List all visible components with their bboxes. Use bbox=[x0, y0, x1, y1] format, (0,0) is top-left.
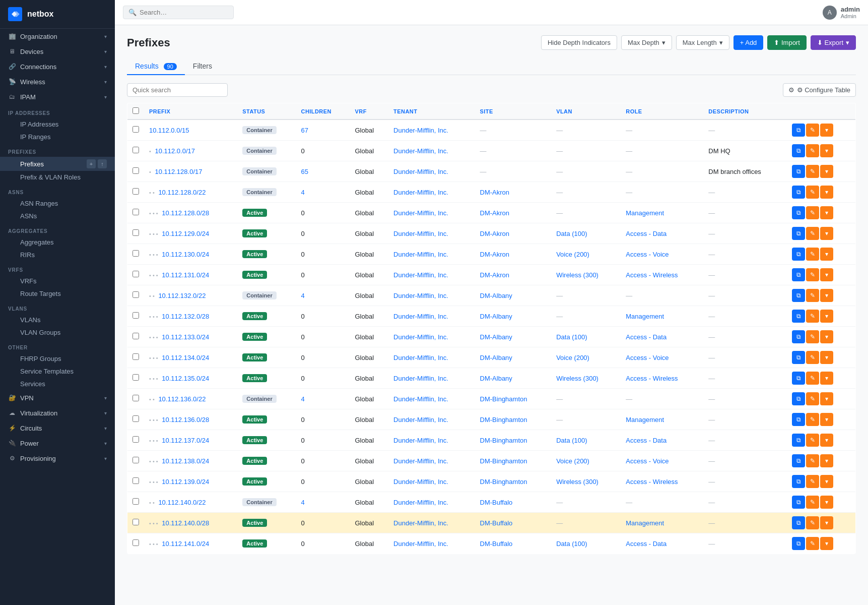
more-btn[interactable]: ▾ bbox=[820, 268, 833, 281]
more-btn[interactable]: ▾ bbox=[820, 289, 833, 302]
more-btn[interactable]: ▾ bbox=[820, 227, 833, 240]
prefix-link[interactable]: 10.112.132.0/28 bbox=[162, 313, 209, 320]
tenant-link[interactable]: Dunder-Mifflin, Inc. bbox=[393, 437, 448, 444]
edit-btn[interactable]: ✎ bbox=[806, 330, 819, 343]
role-link[interactable]: Management bbox=[626, 209, 664, 217]
sidebar-item-services[interactable]: Services bbox=[0, 378, 115, 390]
tenant-link[interactable]: Dunder-Mifflin, Inc. bbox=[393, 189, 448, 196]
sidebar-item-service-templates[interactable]: Service Templates bbox=[0, 365, 115, 378]
prefix-link[interactable]: 10.112.138.0/24 bbox=[162, 457, 209, 465]
row-checkbox[interactable] bbox=[132, 457, 139, 463]
role-link[interactable]: Access - Wireless bbox=[626, 478, 678, 486]
more-btn[interactable]: ▾ bbox=[820, 330, 833, 343]
sidebar-item-ip-addresses[interactable]: IP Addresses bbox=[0, 118, 115, 131]
tenant-link[interactable]: Dunder-Mifflin, Inc. bbox=[393, 147, 448, 155]
sidebar-item-asns[interactable]: ASNs bbox=[0, 210, 115, 222]
search-input[interactable] bbox=[140, 9, 228, 16]
site-link[interactable]: DM-Buffalo bbox=[480, 499, 513, 506]
row-checkbox[interactable] bbox=[132, 395, 139, 401]
row-checkbox[interactable] bbox=[132, 539, 139, 546]
global-search-box[interactable]: 🔍 bbox=[123, 6, 234, 19]
row-checkbox[interactable] bbox=[132, 312, 139, 319]
prefix-link[interactable]: 10.112.130.0/24 bbox=[162, 251, 209, 258]
tenant-link[interactable]: Dunder-Mifflin, Inc. bbox=[393, 168, 448, 175]
edit-btn[interactable]: ✎ bbox=[806, 206, 819, 219]
row-checkbox[interactable] bbox=[132, 477, 139, 484]
tenant-link[interactable]: Dunder-Mifflin, Inc. bbox=[393, 333, 448, 341]
site-link[interactable]: DM-Binghamton bbox=[480, 457, 527, 465]
tenant-link[interactable]: Dunder-Mifflin, Inc. bbox=[393, 230, 448, 237]
edit-btn[interactable]: ✎ bbox=[806, 372, 819, 385]
tenant-link[interactable]: Dunder-Mifflin, Inc. bbox=[393, 127, 448, 134]
site-link[interactable]: DM-Buffalo bbox=[480, 519, 513, 527]
vlan-link[interactable]: Wireless (300) bbox=[556, 271, 598, 279]
role-link[interactable]: Access - Wireless bbox=[626, 271, 678, 279]
copy-btn[interactable]: ⧉ bbox=[792, 227, 805, 240]
sidebar-item-provisioning[interactable]: ⚙ Provisioning ▾ bbox=[0, 451, 115, 466]
row-checkbox[interactable] bbox=[132, 126, 139, 133]
edit-btn[interactable]: ✎ bbox=[806, 248, 819, 261]
copy-btn[interactable]: ⧉ bbox=[792, 351, 805, 364]
role-link[interactable]: Management bbox=[626, 313, 664, 320]
site-link[interactable]: DM-Albany bbox=[480, 313, 512, 320]
copy-btn[interactable]: ⧉ bbox=[792, 496, 805, 509]
copy-btn[interactable]: ⧉ bbox=[792, 516, 805, 529]
copy-btn[interactable]: ⧉ bbox=[792, 289, 805, 302]
edit-btn[interactable]: ✎ bbox=[806, 310, 819, 323]
more-btn[interactable]: ▾ bbox=[820, 516, 833, 529]
sidebar-item-organization[interactable]: 🏢 Organization ▾ bbox=[0, 29, 115, 44]
tenant-link[interactable]: Dunder-Mifflin, Inc. bbox=[393, 251, 448, 258]
copy-btn[interactable]: ⧉ bbox=[792, 392, 805, 405]
app-logo[interactable]: netbox bbox=[0, 0, 115, 29]
sidebar-item-ip-ranges[interactable]: IP Ranges bbox=[0, 131, 115, 143]
sidebar-item-wireless[interactable]: 📡 Wireless ▾ bbox=[0, 74, 115, 89]
prefix-link[interactable]: 10.112.0.0/17 bbox=[155, 147, 195, 155]
row-checkbox[interactable] bbox=[132, 333, 139, 339]
vlan-link[interactable]: Voice (200) bbox=[556, 251, 589, 258]
copy-btn[interactable]: ⧉ bbox=[792, 413, 805, 426]
prefix-link[interactable]: 10.112.137.0/24 bbox=[162, 437, 209, 444]
edit-btn[interactable]: ✎ bbox=[806, 124, 819, 137]
edit-btn[interactable]: ✎ bbox=[806, 392, 819, 405]
role-link[interactable]: Access - Voice bbox=[626, 354, 669, 361]
site-link[interactable]: DM-Buffalo bbox=[480, 540, 513, 548]
site-link[interactable]: DM-Albany bbox=[480, 375, 512, 382]
tenant-link[interactable]: Dunder-Mifflin, Inc. bbox=[393, 375, 448, 382]
prefix-link[interactable]: 10.112.135.0/24 bbox=[162, 375, 209, 382]
sidebar-item-power[interactable]: 🔌 Power ▾ bbox=[0, 436, 115, 451]
sidebar-item-aggregates[interactable]: Aggregates bbox=[0, 236, 115, 249]
row-checkbox[interactable] bbox=[132, 209, 139, 215]
copy-btn[interactable]: ⧉ bbox=[792, 206, 805, 219]
sidebar-item-vlan-groups[interactable]: VLAN Groups bbox=[0, 326, 115, 339]
sidebar-item-connections[interactable]: 🔗 Connections ▾ bbox=[0, 59, 115, 74]
sidebar-item-rirs[interactable]: RIRs bbox=[0, 249, 115, 261]
copy-btn[interactable]: ⧉ bbox=[792, 165, 805, 178]
role-link[interactable]: Access - Data bbox=[626, 230, 666, 237]
more-btn[interactable]: ▾ bbox=[820, 454, 833, 467]
vlan-link[interactable]: Wireless (300) bbox=[556, 478, 598, 486]
row-checkbox[interactable] bbox=[132, 415, 139, 422]
tenant-link[interactable]: Dunder-Mifflin, Inc. bbox=[393, 209, 448, 217]
sidebar-item-route-targets[interactable]: Route Targets bbox=[0, 287, 115, 300]
more-btn[interactable]: ▾ bbox=[820, 186, 833, 199]
sidebar-item-vlans[interactable]: VLANs bbox=[0, 314, 115, 326]
role-link[interactable]: Management bbox=[626, 519, 664, 527]
vlan-link[interactable]: Data (100) bbox=[556, 333, 587, 341]
site-link[interactable]: DM-Binghamton bbox=[480, 395, 527, 403]
row-checkbox[interactable] bbox=[132, 271, 139, 277]
edit-btn[interactable]: ✎ bbox=[806, 496, 819, 509]
copy-btn[interactable]: ⧉ bbox=[792, 330, 805, 343]
tenant-link[interactable]: Dunder-Mifflin, Inc. bbox=[393, 478, 448, 486]
site-link[interactable]: DM-Akron bbox=[480, 209, 510, 217]
site-link[interactable]: DM-Akron bbox=[480, 251, 510, 258]
more-btn[interactable]: ▾ bbox=[820, 206, 833, 219]
edit-btn[interactable]: ✎ bbox=[806, 227, 819, 240]
max-length-btn[interactable]: Max Length ▾ bbox=[676, 35, 729, 50]
sidebar-item-prefix-vlan-roles[interactable]: Prefix & VLAN Roles bbox=[0, 171, 115, 184]
more-btn[interactable]: ▾ bbox=[820, 372, 833, 385]
children-link[interactable]: 65 bbox=[301, 168, 308, 175]
copy-btn[interactable]: ⧉ bbox=[792, 124, 805, 137]
role-link[interactable]: Access - Wireless bbox=[626, 375, 678, 382]
copy-btn[interactable]: ⧉ bbox=[792, 268, 805, 281]
site-link[interactable]: DM-Albany bbox=[480, 354, 512, 361]
